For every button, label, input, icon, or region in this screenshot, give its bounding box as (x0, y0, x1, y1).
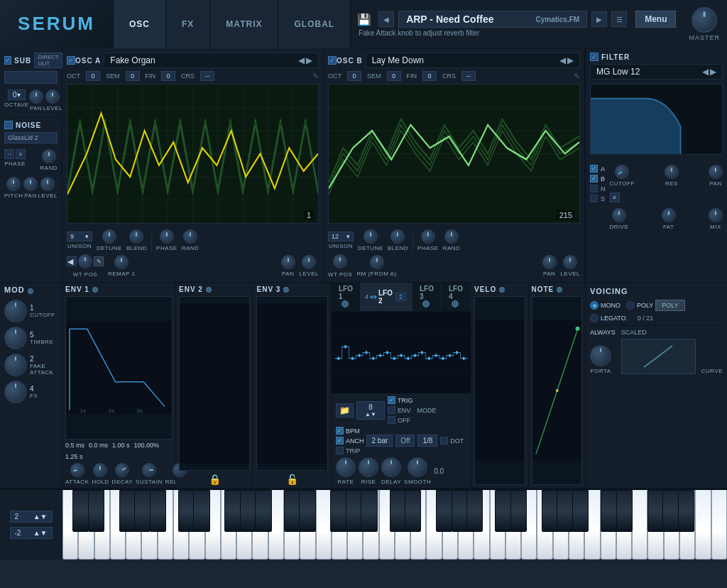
lfo2-off-checkbox[interactable] (388, 416, 395, 424)
env2-lock-icon[interactable]: 🔒 (179, 474, 250, 485)
black-key-ds1[interactable] (88, 490, 104, 532)
osc-a-level-knob[interactable] (302, 255, 316, 269)
legato-option[interactable]: LEGATO (590, 314, 626, 322)
mono-radio[interactable] (590, 301, 598, 310)
filter-cutoff-knob[interactable] (615, 165, 629, 179)
black-key-fs2[interactable] (224, 490, 241, 532)
scaled-option[interactable]: SCALED (621, 329, 647, 336)
lfo2-trip-checkbox[interactable] (336, 447, 344, 454)
black-key-cs2[interactable] (178, 490, 195, 532)
legato-radio[interactable] (590, 314, 598, 322)
noise-pan-knob[interactable] (23, 177, 38, 191)
filter-type-display[interactable]: MG Low 12 ◀ ▶ (590, 64, 723, 80)
env1-hold-knob[interactable] (93, 463, 107, 477)
black-key-as2[interactable] (255, 490, 271, 532)
osc-a-blend-knob[interactable] (129, 229, 143, 244)
osc-b-unison-select[interactable]: 12▾ (328, 232, 354, 241)
lfo2-rate-knob[interactable] (336, 457, 356, 477)
noise-bar-btn[interactable]: ≡ (16, 149, 26, 159)
lfo2-bars-display[interactable]: 2 bar (366, 435, 393, 447)
black-key-gs6[interactable] (662, 490, 679, 532)
black-key-fs3[interactable] (330, 490, 346, 532)
filter-n-checkbox[interactable] (590, 185, 598, 192)
black-key-as3[interactable] (361, 490, 377, 532)
pitch-up-selector[interactable]: 2 ▲▼ (10, 511, 53, 523)
lfo2-bpm-checkbox[interactable] (336, 427, 344, 435)
noise-rand-knob[interactable] (42, 149, 56, 163)
black-key-gs2[interactable] (240, 490, 256, 532)
filter-b-checkbox[interactable] (590, 175, 598, 183)
black-key-ds5[interactable] (510, 490, 527, 532)
black-key-cs3[interactable] (284, 490, 300, 532)
black-key-gs1[interactable] (134, 490, 151, 532)
osc-b-name-display[interactable]: Lay Me Down ◀ ▶ (366, 53, 580, 68)
osc-a-remap-knob[interactable] (114, 255, 129, 269)
black-key-ds3[interactable] (299, 490, 315, 532)
osc-a-pan-knob[interactable] (281, 255, 295, 269)
osc-b-blend-knob[interactable] (390, 229, 405, 244)
lfo2-move-icon[interactable]: ⇔ (370, 292, 377, 302)
filter-prev-arrow[interactable]: ◀ (702, 67, 709, 77)
lfo2-smooth-knob[interactable] (408, 457, 427, 477)
osc-a-phase-knob[interactable] (160, 229, 174, 244)
master-knob[interactable] (692, 7, 717, 33)
sub-pan-knob[interactable] (29, 89, 43, 104)
pitch-down-selector[interactable]: -2 ▲▼ (10, 527, 53, 539)
sub-octave-select[interactable]: 0▾ (8, 89, 26, 100)
tab-fx[interactable]: FX (166, 0, 210, 48)
noise-pitch-knob[interactable] (6, 177, 21, 191)
lfo2-off-display[interactable]: Off (395, 435, 415, 447)
black-key-fs5[interactable] (542, 490, 558, 532)
osc-b-checkbox[interactable] (328, 56, 337, 65)
black-key-gs4[interactable] (452, 490, 468, 532)
filter-pan-knob[interactable] (709, 165, 723, 179)
filter-checkbox[interactable] (590, 53, 598, 61)
osc-b-crs[interactable]: -- (461, 71, 476, 81)
env1-decay-knob[interactable] (115, 463, 129, 477)
osc-a-prev-arrow[interactable]: ◀ (298, 55, 305, 65)
osc-b-level-knob[interactable] (563, 255, 577, 269)
osc-b-phase-knob[interactable] (421, 229, 435, 244)
osc-a-checkbox[interactable] (67, 56, 75, 65)
black-key-fs6[interactable] (647, 490, 664, 532)
sub-level-knob[interactable] (45, 89, 60, 104)
black-key-cs4[interactable] (390, 490, 406, 532)
osc-a-detune-knob[interactable] (102, 229, 116, 244)
preset-prev-button[interactable]: ◀ (378, 11, 394, 27)
lfo2-dot-checkbox[interactable] (440, 437, 448, 445)
key-d6[interactable] (632, 490, 647, 560)
lfo4-tab[interactable]: LFO 4 (442, 283, 471, 311)
filter-res-knob[interactable] (665, 165, 679, 179)
osc-a-remap-prev[interactable]: ◀ (67, 256, 77, 266)
tab-osc[interactable]: OSC (114, 0, 166, 48)
lfo2-tab[interactable]: LFO 2 (378, 289, 393, 305)
lfo2-trig-checkbox[interactable] (388, 396, 395, 404)
env3-lock-icon[interactable]: 🔓 (256, 474, 327, 485)
osc-b-rand-knob[interactable] (444, 229, 459, 244)
black-key-as6[interactable] (678, 490, 694, 532)
filter-mix-knob[interactable] (709, 208, 723, 222)
lfo2-eighth-display[interactable]: 1/8 (417, 435, 437, 447)
osc-b-rm-knob[interactable] (370, 255, 384, 269)
mod-cutoff-knob[interactable] (4, 300, 27, 322)
filter-a-checkbox[interactable] (590, 165, 598, 173)
black-key-as5[interactable] (572, 490, 589, 532)
poly-radio[interactable] (626, 301, 635, 310)
black-key-cs1[interactable] (72, 490, 89, 532)
osc-b-wtpos-knob[interactable] (333, 254, 347, 268)
key-b6[interactable] (711, 490, 727, 560)
lfo2-env-checkbox[interactable] (388, 406, 395, 414)
filter-fat-knob[interactable] (662, 208, 676, 222)
osc-a-edit-icon[interactable]: ✎ (312, 72, 319, 81)
noise-env-btn[interactable]: → (4, 149, 14, 159)
osc-b-detune-knob[interactable] (364, 229, 378, 244)
filter-bar-btn[interactable]: ≡ (610, 192, 620, 202)
always-option[interactable]: ALWAYS (590, 329, 616, 336)
osc-a-unison-select[interactable]: 9▾ (67, 232, 92, 241)
keyboard-keys[interactable] (62, 490, 727, 560)
osc-b-next-arrow[interactable]: ▶ (567, 55, 574, 65)
black-key-cs5[interactable] (495, 490, 511, 532)
osc-b-pan-knob[interactable] (542, 255, 557, 269)
osc-a-edit-btn[interactable]: ✎ (94, 256, 104, 266)
preset-menu-button[interactable]: ☰ (611, 11, 627, 27)
